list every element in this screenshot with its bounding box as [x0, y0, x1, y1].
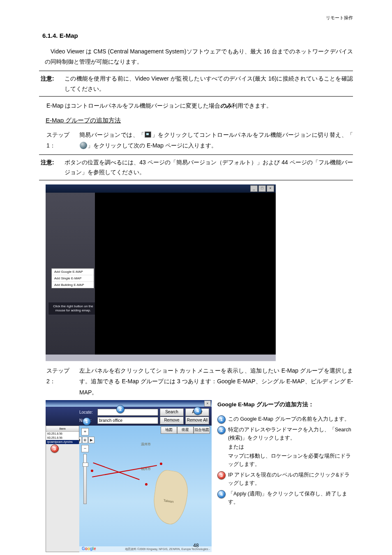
- map-label: 温州市: [141, 442, 151, 447]
- map-tab-hybrid[interactable]: 混合地図: [194, 426, 210, 434]
- device-list[interactable]: Item 60.251.8.56 60.251.8.56 ipcamipcam.…: [46, 426, 79, 444]
- map-type-tabs: 地図 衛星 混合地図: [161, 426, 210, 433]
- instruction-subtext: マップに移動し、ロケーションを必要な場所にドラッグします。: [228, 452, 353, 468]
- context-menu-item[interactable]: Add Building E-MAP: [52, 282, 94, 288]
- section-title: 6.1.4. E-Map: [42, 32, 353, 39]
- note-1-label: 注意:: [39, 74, 65, 94]
- locate-label: Locate:: [79, 410, 96, 415]
- instruction-text: この Google E-Map グループの名前を入力します。: [228, 415, 353, 423]
- map-label: Taiwan: [163, 499, 174, 504]
- badge-2-icon: 2: [217, 426, 226, 434]
- body-after-note1: E-Map はコントロールパネルをフル機能バージョンに変更した場合のみ利用できま…: [39, 101, 353, 111]
- step-2-label: ステップ 2：: [46, 365, 79, 398]
- step-1-label: ステップ 1：: [46, 129, 79, 151]
- context-menu-item[interactable]: Add Single E-MAP: [52, 275, 94, 282]
- callout-3-icon: 3: [51, 444, 59, 453]
- step-1-text: 簡易バージョンでは、「」をクリックしてコントロールパネルをフル機能バージョンに切…: [79, 129, 353, 151]
- map-landmass: Taiwan: [150, 469, 190, 527]
- device-list-header: Item: [46, 426, 79, 432]
- zoom-in-icon[interactable]: +: [81, 428, 89, 435]
- badge-3-icon: 3: [217, 471, 226, 479]
- step-2: ステップ 2： 左上パネルを右クリックしてショートカットメニューを表示し、追加し…: [39, 365, 353, 398]
- map-marker-icon: [91, 470, 93, 472]
- instruction-text: 「Apply (適用)」をクリックして保存し、終了します。: [228, 490, 353, 506]
- instructions-column: Google E-Map グループの追加方法： 1 この Google E-Ma…: [217, 400, 353, 509]
- step-1: ステップ 1： 簡易バージョンでは、「」をクリックしてコントロールパネルをフル機…: [39, 129, 353, 151]
- context-menu-item[interactable]: Add Google E-MAP: [52, 269, 94, 275]
- name-input[interactable]: branch office: [97, 417, 158, 424]
- header-right: リモート操作: [326, 15, 353, 21]
- window-titlebar: [46, 184, 276, 193]
- instruction-item: 1 この Google E-Map グループの名前を入力します。: [217, 415, 353, 423]
- emap-globe-icon: [80, 142, 87, 149]
- callout-4-icon: 4: [194, 407, 202, 415]
- pan-center-icon[interactable]: ⊕: [82, 437, 88, 443]
- locate-input[interactable]: [97, 409, 158, 416]
- instruction-item: 2 特定のアドレスやランドマークを入力し、「Search (検索)」をクリックし…: [217, 426, 353, 468]
- note-2-label: 注意:: [39, 157, 65, 177]
- remove-all-button[interactable]: Remove All: [185, 417, 209, 424]
- instruction-item: 4 「Apply (適用)」をクリックして保存し、終了します。: [217, 490, 353, 506]
- map-zoom-control: + ◀ ⊕ ▶ −: [82, 428, 88, 504]
- instruction-text: 特定のアドレスやランドマークを入力し、「Search (検索)」をクリックします…: [228, 426, 353, 468]
- zoom-slider[interactable]: [83, 454, 87, 504]
- pan-left-icon[interactable]: ◀: [79, 437, 82, 443]
- page-number: 48: [0, 543, 392, 548]
- dialog-close-icon[interactable]: ×: [204, 401, 211, 407]
- window-maximize-icon[interactable]: □: [258, 185, 266, 192]
- callout-1-icon: 1: [83, 417, 91, 426]
- toggle-panel-icon: [145, 131, 151, 138]
- zoom-out-icon[interactable]: −: [81, 445, 89, 452]
- map-tab-map[interactable]: 地図: [161, 426, 177, 434]
- dialog-toolbar: Locate: Search Apply Name: branch office…: [46, 407, 212, 426]
- emap-main-area: [95, 193, 276, 361]
- screenshot-emap-window: _ □ × Add Google E-MAP Add Single E-MAP …: [46, 184, 276, 361]
- subheading-add-group: E-Map グループの追加方法: [46, 117, 353, 124]
- screenshot-google-emap-dialog: × Locate: Search Apply Name: branch offi…: [46, 400, 212, 552]
- map-marker-icon: [160, 463, 162, 465]
- instruction-item: 3 IP アドレスを現在のレベルの場所にクリック&ドラッグします。: [217, 471, 353, 487]
- instruction-text: IP アドレスを現在のレベルの場所にクリック&ドラッグします。: [228, 471, 353, 487]
- note-1: 注意: この機能を使用する前に、Video Viewer が監視したいすべてのデ…: [39, 71, 353, 97]
- pan-right-icon[interactable]: ▶: [88, 437, 95, 443]
- note-1-text: この機能を使用する前に、Video Viewer が監視したいすべてのデバイス(…: [65, 74, 353, 94]
- device-row[interactable]: 60.251.8.56: [46, 436, 79, 440]
- remove-button[interactable]: Remove: [160, 417, 184, 424]
- badge-4-icon: 4: [217, 490, 226, 498]
- window-close-icon[interactable]: ×: [267, 185, 274, 192]
- context-menu[interactable]: Add Google E-MAP Add Single E-MAP Add Bu…: [51, 268, 94, 288]
- device-row[interactable]: ipcamipcam.dyndns: [46, 440, 79, 444]
- dialog-titlebar: [46, 400, 212, 407]
- window-buttons: _ □ ×: [250, 185, 274, 191]
- instruction-subtext: または: [228, 443, 353, 451]
- map-route-line: [93, 463, 139, 480]
- window-minimize-icon[interactable]: _: [250, 185, 258, 192]
- map-marker-icon: [145, 483, 148, 486]
- map-route-line: [92, 465, 157, 478]
- callout-2-icon: 2: [116, 405, 125, 413]
- window-statusbar: [46, 355, 276, 361]
- zoom-slider-thumb[interactable]: [83, 463, 88, 467]
- search-button[interactable]: Search: [160, 408, 184, 416]
- map-area[interactable]: 地図 衛星 混合地図 + ◀ ⊕ ▶ − Taiwan 温州市 福州市: [79, 426, 212, 552]
- instructions-title: Google E-Map グループの追加方法：: [217, 400, 353, 409]
- note-2-text: ボタンの位置を調べるには、43 ページの「簡易バージョン（デフォルト）」および …: [65, 157, 353, 177]
- device-row[interactable]: 60.251.8.56: [46, 432, 79, 436]
- sidebar-hint: Click the right button on the mouse for …: [48, 302, 98, 315]
- map-tab-satellite[interactable]: 衛星: [177, 426, 194, 434]
- badge-1-icon: 1: [217, 415, 226, 424]
- step-2-text: 左上パネルを右クリックしてショートカットメニューを表示し、追加したい E-Map…: [79, 365, 353, 398]
- intro-paragraph: Video Viewer は CMS (Central Management S…: [39, 46, 353, 67]
- note-2: 注意: ボタンの位置を調べるには、43 ページの「簡易バージョン（デフォルト）」…: [39, 154, 353, 180]
